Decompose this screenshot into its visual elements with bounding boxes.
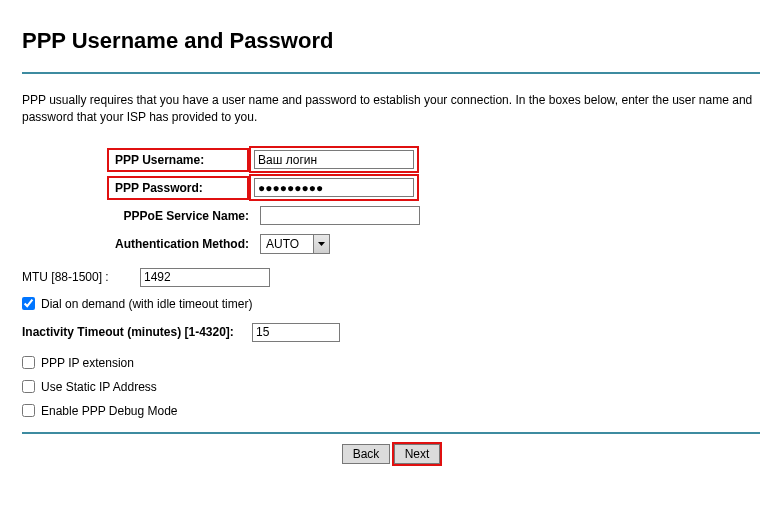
- service-name-label: PPPoE Service Name:: [107, 209, 257, 223]
- inactivity-timeout-label: Inactivity Timeout (minutes) [1-4320]:: [22, 325, 252, 339]
- page-title: PPP Username and Password: [22, 28, 760, 54]
- ppp-password-label: PPP Password:: [107, 176, 249, 200]
- dial-on-demand-label: Dial on demand (with idle timeout timer): [41, 297, 252, 311]
- use-static-ip-label: Use Static IP Address: [41, 380, 157, 394]
- ppp-username-input[interactable]: [254, 150, 414, 169]
- svg-marker-0: [318, 242, 325, 246]
- ppp-ip-extension-label: PPP IP extension: [41, 356, 134, 370]
- inactivity-timeout-input[interactable]: [252, 323, 340, 342]
- debug-mode-label: Enable PPP Debug Mode: [41, 404, 178, 418]
- auth-method-label: Authentication Method:: [107, 237, 257, 251]
- dial-on-demand-checkbox[interactable]: [22, 297, 35, 310]
- auth-method-value: AUTO: [261, 235, 313, 253]
- intro-text: PPP usually requires that you have a use…: [22, 92, 760, 126]
- back-button[interactable]: Back: [342, 444, 391, 464]
- mtu-label: MTU [88-1500] :: [22, 270, 140, 284]
- divider-top: [22, 72, 760, 74]
- service-name-input[interactable]: [260, 206, 420, 225]
- button-bar: Back Next: [22, 444, 760, 464]
- divider-bottom: [22, 432, 760, 434]
- mtu-input[interactable]: [140, 268, 270, 287]
- next-button[interactable]: Next: [394, 444, 441, 464]
- debug-mode-checkbox[interactable]: [22, 404, 35, 417]
- auth-method-select[interactable]: AUTO: [260, 234, 330, 254]
- ppp-password-input[interactable]: [254, 178, 414, 197]
- credentials-block: PPP Username: PPP Password: PPPoE Servic…: [107, 146, 760, 258]
- use-static-ip-checkbox[interactable]: [22, 380, 35, 393]
- ppp-ip-extension-checkbox[interactable]: [22, 356, 35, 369]
- ppp-username-label: PPP Username:: [107, 148, 249, 172]
- chevron-down-icon: [313, 235, 329, 253]
